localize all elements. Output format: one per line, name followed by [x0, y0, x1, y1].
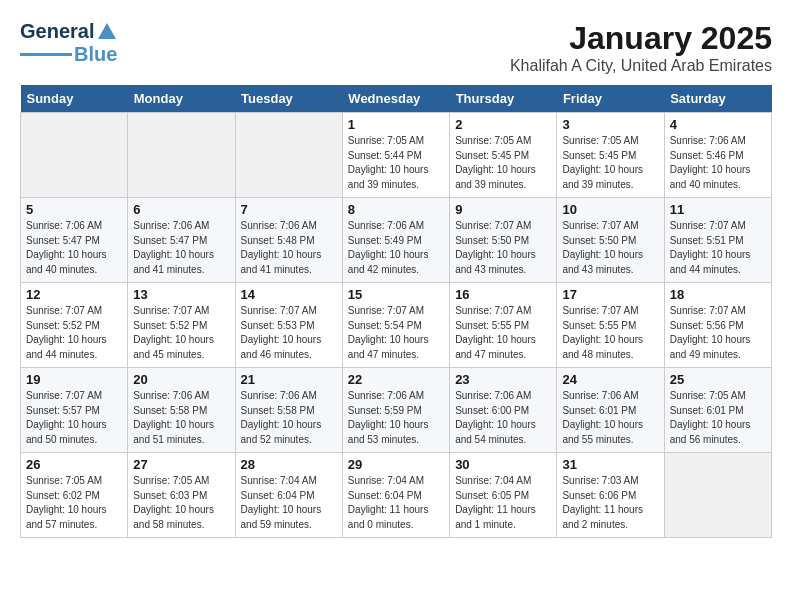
calendar-cell: 3Sunrise: 7:05 AM Sunset: 5:45 PM Daylig… [557, 113, 664, 198]
week-row-3: 12Sunrise: 7:07 AM Sunset: 5:52 PM Dayli… [21, 283, 772, 368]
title-block: January 2025 Khalifah A City, United Ara… [510, 20, 772, 75]
calendar-header: SundayMondayTuesdayWednesdayThursdayFrid… [21, 85, 772, 113]
day-number: 17 [562, 287, 658, 302]
day-number: 20 [133, 372, 229, 387]
day-info: Sunrise: 7:07 AM Sunset: 5:56 PM Dayligh… [670, 304, 766, 362]
day-info: Sunrise: 7:05 AM Sunset: 5:45 PM Dayligh… [562, 134, 658, 192]
subtitle: Khalifah A City, United Arab Emirates [510, 57, 772, 75]
calendar-cell: 22Sunrise: 7:06 AM Sunset: 5:59 PM Dayli… [342, 368, 449, 453]
calendar-cell: 12Sunrise: 7:07 AM Sunset: 5:52 PM Dayli… [21, 283, 128, 368]
calendar-cell: 6Sunrise: 7:06 AM Sunset: 5:47 PM Daylig… [128, 198, 235, 283]
day-number: 25 [670, 372, 766, 387]
day-info: Sunrise: 7:03 AM Sunset: 6:06 PM Dayligh… [562, 474, 658, 532]
day-info: Sunrise: 7:07 AM Sunset: 5:51 PM Dayligh… [670, 219, 766, 277]
logo: General Blue [20, 20, 118, 66]
calendar-cell: 4Sunrise: 7:06 AM Sunset: 5:46 PM Daylig… [664, 113, 771, 198]
logo-general: General [20, 20, 94, 43]
day-info: Sunrise: 7:05 AM Sunset: 6:03 PM Dayligh… [133, 474, 229, 532]
day-number: 15 [348, 287, 444, 302]
day-number: 22 [348, 372, 444, 387]
calendar-cell: 16Sunrise: 7:07 AM Sunset: 5:55 PM Dayli… [450, 283, 557, 368]
calendar-cell [128, 113, 235, 198]
day-number: 28 [241, 457, 337, 472]
day-number: 26 [26, 457, 122, 472]
calendar-cell: 26Sunrise: 7:05 AM Sunset: 6:02 PM Dayli… [21, 453, 128, 538]
day-info: Sunrise: 7:06 AM Sunset: 6:01 PM Dayligh… [562, 389, 658, 447]
day-info: Sunrise: 7:05 AM Sunset: 6:01 PM Dayligh… [670, 389, 766, 447]
day-info: Sunrise: 7:07 AM Sunset: 5:53 PM Dayligh… [241, 304, 337, 362]
day-number: 11 [670, 202, 766, 217]
week-row-2: 5Sunrise: 7:06 AM Sunset: 5:47 PM Daylig… [21, 198, 772, 283]
calendar-cell: 13Sunrise: 7:07 AM Sunset: 5:52 PM Dayli… [128, 283, 235, 368]
day-number: 12 [26, 287, 122, 302]
day-info: Sunrise: 7:07 AM Sunset: 5:52 PM Dayligh… [133, 304, 229, 362]
calendar-cell: 2Sunrise: 7:05 AM Sunset: 5:45 PM Daylig… [450, 113, 557, 198]
day-info: Sunrise: 7:06 AM Sunset: 5:47 PM Dayligh… [26, 219, 122, 277]
day-info: Sunrise: 7:07 AM Sunset: 5:55 PM Dayligh… [455, 304, 551, 362]
day-number: 23 [455, 372, 551, 387]
day-number: 9 [455, 202, 551, 217]
calendar-cell: 10Sunrise: 7:07 AM Sunset: 5:50 PM Dayli… [557, 198, 664, 283]
calendar-cell: 1Sunrise: 7:05 AM Sunset: 5:44 PM Daylig… [342, 113, 449, 198]
calendar-cell: 14Sunrise: 7:07 AM Sunset: 5:53 PM Dayli… [235, 283, 342, 368]
day-info: Sunrise: 7:07 AM Sunset: 5:57 PM Dayligh… [26, 389, 122, 447]
week-row-1: 1Sunrise: 7:05 AM Sunset: 5:44 PM Daylig… [21, 113, 772, 198]
day-number: 2 [455, 117, 551, 132]
page-header: General Blue January 2025 Khalifah A Cit… [20, 20, 772, 75]
calendar-cell: 30Sunrise: 7:04 AM Sunset: 6:05 PM Dayli… [450, 453, 557, 538]
day-info: Sunrise: 7:07 AM Sunset: 5:52 PM Dayligh… [26, 304, 122, 362]
day-info: Sunrise: 7:06 AM Sunset: 5:58 PM Dayligh… [133, 389, 229, 447]
calendar-cell: 29Sunrise: 7:04 AM Sunset: 6:04 PM Dayli… [342, 453, 449, 538]
day-info: Sunrise: 7:07 AM Sunset: 5:50 PM Dayligh… [562, 219, 658, 277]
day-number: 10 [562, 202, 658, 217]
weekday-header-tuesday: Tuesday [235, 85, 342, 113]
calendar-cell: 25Sunrise: 7:05 AM Sunset: 6:01 PM Dayli… [664, 368, 771, 453]
day-info: Sunrise: 7:06 AM Sunset: 5:48 PM Dayligh… [241, 219, 337, 277]
day-info: Sunrise: 7:07 AM Sunset: 5:55 PM Dayligh… [562, 304, 658, 362]
day-number: 4 [670, 117, 766, 132]
day-number: 5 [26, 202, 122, 217]
calendar-cell: 28Sunrise: 7:04 AM Sunset: 6:04 PM Dayli… [235, 453, 342, 538]
day-info: Sunrise: 7:04 AM Sunset: 6:04 PM Dayligh… [348, 474, 444, 532]
calendar-cell: 8Sunrise: 7:06 AM Sunset: 5:49 PM Daylig… [342, 198, 449, 283]
weekday-header-wednesday: Wednesday [342, 85, 449, 113]
day-number: 13 [133, 287, 229, 302]
day-info: Sunrise: 7:04 AM Sunset: 6:04 PM Dayligh… [241, 474, 337, 532]
calendar-cell: 31Sunrise: 7:03 AM Sunset: 6:06 PM Dayli… [557, 453, 664, 538]
day-info: Sunrise: 7:04 AM Sunset: 6:05 PM Dayligh… [455, 474, 551, 532]
calendar-cell: 9Sunrise: 7:07 AM Sunset: 5:50 PM Daylig… [450, 198, 557, 283]
calendar-cell [21, 113, 128, 198]
day-number: 19 [26, 372, 122, 387]
day-number: 29 [348, 457, 444, 472]
day-info: Sunrise: 7:05 AM Sunset: 6:02 PM Dayligh… [26, 474, 122, 532]
day-info: Sunrise: 7:06 AM Sunset: 5:46 PM Dayligh… [670, 134, 766, 192]
calendar-cell [235, 113, 342, 198]
calendar-cell: 19Sunrise: 7:07 AM Sunset: 5:57 PM Dayli… [21, 368, 128, 453]
day-number: 1 [348, 117, 444, 132]
day-number: 7 [241, 202, 337, 217]
calendar-cell: 27Sunrise: 7:05 AM Sunset: 6:03 PM Dayli… [128, 453, 235, 538]
weekday-header-sunday: Sunday [21, 85, 128, 113]
weekday-header-saturday: Saturday [664, 85, 771, 113]
day-info: Sunrise: 7:05 AM Sunset: 5:45 PM Dayligh… [455, 134, 551, 192]
calendar-cell: 23Sunrise: 7:06 AM Sunset: 6:00 PM Dayli… [450, 368, 557, 453]
day-info: Sunrise: 7:07 AM Sunset: 5:50 PM Dayligh… [455, 219, 551, 277]
day-info: Sunrise: 7:06 AM Sunset: 5:58 PM Dayligh… [241, 389, 337, 447]
weekday-header-thursday: Thursday [450, 85, 557, 113]
week-row-5: 26Sunrise: 7:05 AM Sunset: 6:02 PM Dayli… [21, 453, 772, 538]
calendar-cell: 20Sunrise: 7:06 AM Sunset: 5:58 PM Dayli… [128, 368, 235, 453]
day-number: 30 [455, 457, 551, 472]
calendar-cell: 18Sunrise: 7:07 AM Sunset: 5:56 PM Dayli… [664, 283, 771, 368]
day-number: 16 [455, 287, 551, 302]
week-row-4: 19Sunrise: 7:07 AM Sunset: 5:57 PM Dayli… [21, 368, 772, 453]
weekday-header-friday: Friday [557, 85, 664, 113]
day-number: 18 [670, 287, 766, 302]
calendar-cell: 5Sunrise: 7:06 AM Sunset: 5:47 PM Daylig… [21, 198, 128, 283]
calendar-cell: 17Sunrise: 7:07 AM Sunset: 5:55 PM Dayli… [557, 283, 664, 368]
main-title: January 2025 [510, 20, 772, 57]
day-number: 27 [133, 457, 229, 472]
day-number: 8 [348, 202, 444, 217]
logo-icon [96, 21, 118, 43]
calendar-cell: 21Sunrise: 7:06 AM Sunset: 5:58 PM Dayli… [235, 368, 342, 453]
day-info: Sunrise: 7:06 AM Sunset: 5:47 PM Dayligh… [133, 219, 229, 277]
